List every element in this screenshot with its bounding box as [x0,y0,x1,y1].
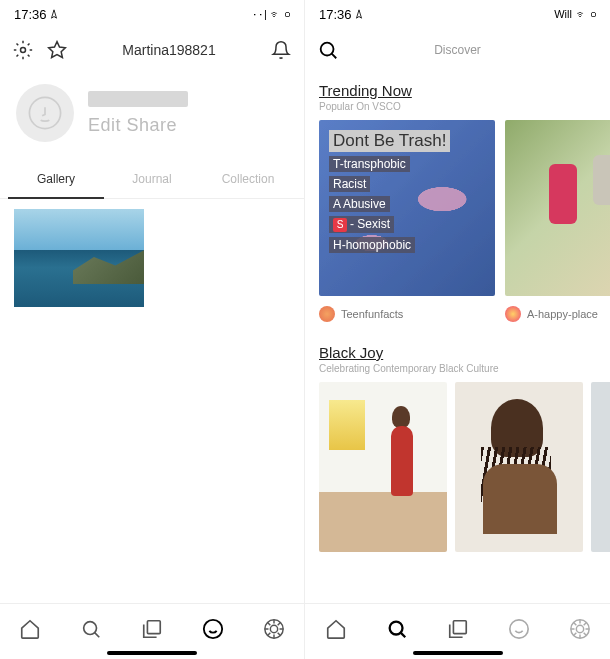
bell-icon[interactable] [270,39,292,61]
svg-point-9 [389,621,402,634]
trending-card-2[interactable] [505,120,610,296]
nav-profile-icon[interactable] [201,617,225,641]
blackjoy-title: Black Joy [319,344,596,361]
bottom-nav [0,603,304,659]
star-icon[interactable] [46,39,68,61]
discover-topbar: Discover [305,28,610,72]
tab-gallery[interactable]: Gallery [8,162,104,198]
status-bar: 17:36 ⋅⋅| ᯤ ▢ [0,0,304,28]
card-line: H-homophobic [329,237,415,253]
author-avatar-icon [505,306,521,322]
status-indicators: ⋅⋅| ᯤ ▢ [252,8,290,20]
author-avatar-icon [319,306,335,322]
svg-rect-10 [453,620,466,633]
card-title: Dont Be Trash! [329,130,450,152]
home-indicator [413,651,503,655]
status-bar: 17:36 Will ᯤ ▢ [305,0,610,28]
location-icon [49,9,59,19]
blackjoy-card-3[interactable] [591,382,610,552]
svg-point-11 [509,619,527,637]
carrier-name: Will [554,8,572,20]
discover-title: Discover [351,43,564,57]
nav-search-icon[interactable] [79,617,103,641]
svg-marker-1 [49,42,66,58]
blackjoy-card-2[interactable] [455,382,583,552]
card-line: A Abusive [329,196,390,212]
nav-profile-icon[interactable] [507,617,531,641]
svg-point-13 [576,625,583,632]
nav-membership-icon[interactable] [568,617,592,641]
trending-subtitle: Popular On VSCO [319,101,596,112]
trending-cards[interactable]: Dont Be Trash! T-transphobic Racist A Ab… [305,120,610,306]
trending-card-1[interactable]: Dont Be Trash! T-transphobic Racist A Ab… [319,120,495,296]
blackjoy-subtitle: Celebrating Contemporary Black Culture [319,363,596,374]
card-line: T-transphobic [329,156,410,172]
nav-studio-icon[interactable] [140,617,164,641]
profile-screen: 17:36 ⋅⋅| ᯤ ▢ Martina198821 Edit Share G… [0,0,305,659]
tab-journal[interactable]: Journal [104,162,200,198]
profile-tabs: Gallery Journal Collection [0,162,304,199]
status-time: 17:36 [14,7,47,22]
nav-membership-icon[interactable] [262,617,286,641]
status-indicators: ᯤ ▢ [576,8,596,20]
svg-point-8 [321,43,334,56]
home-indicator [107,651,197,655]
discover-screen: 17:36 Will ᯤ ▢ Discover Trending Now Pop… [305,0,610,659]
trending-title: Trending Now [319,82,596,99]
card-line: S- Sexist [329,216,394,233]
blackjoy-section: Black Joy Celebrating Contemporary Black… [305,334,610,374]
username-title: Martina198821 [80,42,258,58]
status-time: 17:36 [319,7,352,22]
profile-topbar: Martina198821 [0,28,304,72]
avatar[interactable] [16,84,74,142]
edit-share-link[interactable]: Edit Share [88,115,288,136]
card-caption-1[interactable]: Teenfunfacts [319,306,495,322]
nav-home-icon[interactable] [324,617,348,641]
svg-point-7 [270,625,277,632]
card-caption-2[interactable]: A-happy-place [505,306,610,322]
nav-search-icon[interactable] [385,617,409,641]
svg-point-5 [204,619,222,637]
name-placeholder [88,91,188,107]
blackjoy-cards[interactable] [305,382,610,552]
card-line: Racist [329,176,370,192]
search-icon[interactable] [317,39,339,61]
settings-icon[interactable] [12,39,34,61]
svg-rect-4 [147,620,160,633]
tab-collection[interactable]: Collection [200,162,296,198]
location-icon [354,9,364,19]
profile-header: Edit Share [0,72,304,162]
svg-point-0 [21,48,26,53]
nav-home-icon[interactable] [18,617,42,641]
blackjoy-card-1[interactable] [319,382,447,552]
trending-section: Trending Now Popular On VSCO [305,72,610,112]
gallery-photo[interactable] [14,209,144,307]
nav-studio-icon[interactable] [446,617,470,641]
gallery-grid [0,199,304,317]
bottom-nav [305,603,610,659]
svg-point-3 [84,621,97,634]
